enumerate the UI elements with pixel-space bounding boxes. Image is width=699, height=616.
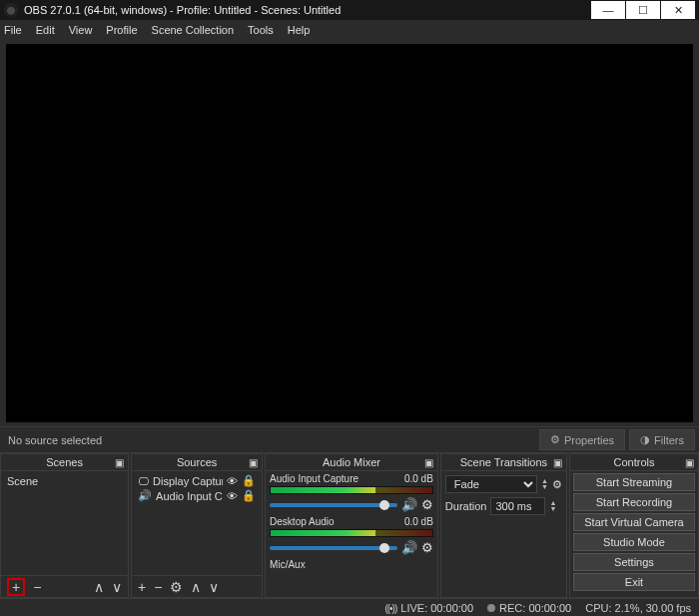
gear-icon[interactable]: ⚙ [170,580,183,594]
move-down-icon[interactable]: ∨ [112,580,122,594]
rec-status: REC: 00:00:00 [487,602,571,614]
add-scene-button[interactable]: + [7,578,25,596]
signal-icon [384,602,396,614]
controls-header: Controls ▣ [569,453,699,471]
sources-toolbar: + − ⚙ ∧ ∨ [131,576,263,598]
audio-icon: 🔊 [138,489,152,502]
sources-dock: Sources ▣ 🖵 Display Capture 👁 🔒 🔊 Audio … [131,453,263,598]
source-item[interactable]: 🔊 Audio Input Captu... 👁 🔒 [132,488,262,503]
gear-icon[interactable]: ⚙ [421,497,433,512]
exit-button[interactable]: Exit [573,573,695,591]
mixer-body: Audio Input Capture 0.0 dB 🔊 ⚙ Desktop A… [265,471,438,598]
speaker-icon[interactable]: 🔊 [401,540,417,555]
lock-icon[interactable]: 🔒 [242,489,256,502]
scene-item[interactable]: Scene [7,475,122,487]
filters-icon: ◑ [640,433,650,446]
menubar: File Edit View Profile Scene Collection … [0,20,699,40]
channel-name: Audio Input Capture [270,473,358,484]
menu-view[interactable]: View [69,24,93,36]
scenes-list[interactable]: Scene [0,471,129,576]
lock-icon[interactable]: 🔒 [242,474,256,487]
menu-help[interactable]: Help [288,24,311,36]
sources-list[interactable]: 🖵 Display Capture 👁 🔒 🔊 Audio Input Capt… [131,471,263,576]
popout-icon[interactable]: ▣ [685,457,694,468]
gear-icon[interactable]: ⚙ [421,540,433,555]
filters-button[interactable]: ◑ Filters [629,429,695,450]
preview-canvas [6,44,693,422]
docks-row: Scenes ▣ Scene + − ∧ ∨ Sources ▣ 🖵 Displ… [0,452,699,598]
mixer-channel: Mic/Aux [270,559,433,570]
remove-scene-button[interactable]: − [33,580,41,594]
spinner-icon[interactable]: ▲▼ [549,500,556,512]
speaker-icon[interactable]: 🔊 [401,497,417,512]
remove-source-button[interactable]: − [154,580,162,594]
popout-icon[interactable]: ▣ [249,457,258,468]
mixer-header: Audio Mixer ▣ [265,453,438,471]
preview-area[interactable] [0,40,699,426]
cpu-status: CPU: 2.1%, 30.00 fps [585,602,691,614]
mixer-channel: Audio Input Capture 0.0 dB 🔊 ⚙ [270,473,433,512]
transitions-body: Fade ▲▼ ⚙ Duration ▲▼ [440,471,567,598]
sources-header: Sources ▣ [131,453,263,471]
record-dot-icon [487,604,495,612]
channel-name: Desktop Audio [270,516,335,527]
source-item[interactable]: 🖵 Display Capture 👁 🔒 [132,473,262,488]
settings-button[interactable]: Settings [573,553,695,571]
popout-icon[interactable]: ▣ [553,457,562,468]
gear-icon[interactable]: ⚙ [552,478,562,491]
obs-logo-icon [4,3,18,17]
transitions-dock: Scene Transitions ▣ Fade ▲▼ ⚙ Duration ▲… [440,453,567,598]
live-status: LIVE: 00:00:00 [384,602,473,614]
controls-dock: Controls ▣ Start Streaming Start Recordi… [569,453,699,598]
eye-icon[interactable]: 👁 [227,490,238,502]
move-up-icon[interactable]: ∧ [94,580,104,594]
channel-db: 0.0 dB [404,516,433,527]
volume-slider[interactable] [270,503,397,507]
start-streaming-button[interactable]: Start Streaming [573,473,695,491]
menu-file[interactable]: File [4,24,22,36]
statusbar: LIVE: 00:00:00 REC: 00:00:00 CPU: 2.1%, … [0,598,699,616]
studio-mode-button[interactable]: Studio Mode [573,533,695,551]
menu-scene-collection[interactable]: Scene Collection [152,24,235,36]
properties-bar: No source selected ⚙ Properties ◑ Filter… [0,426,699,452]
window-title: OBS 27.0.1 (64-bit, windows) - Profile: … [24,4,590,16]
move-up-icon[interactable]: ∧ [191,580,201,594]
channel-db: 0.0 dB [404,473,433,484]
eye-icon[interactable]: 👁 [227,475,238,487]
audio-mixer-dock: Audio Mixer ▣ Audio Input Capture 0.0 dB… [265,453,438,598]
duration-label: Duration [445,500,487,512]
menu-tools[interactable]: Tools [248,24,274,36]
vu-meter [270,529,433,537]
display-icon: 🖵 [138,475,149,487]
scenes-toolbar: + − ∧ ∨ [0,576,129,598]
channel-name: Mic/Aux [270,559,306,570]
transitions-header: Scene Transitions ▣ [440,453,567,471]
no-source-label: No source selected [0,434,539,446]
spinner-icon[interactable]: ▲▼ [541,478,548,490]
properties-button[interactable]: ⚙ Properties [539,429,625,450]
volume-slider[interactable] [270,546,397,550]
popout-icon[interactable]: ▣ [424,457,433,468]
add-source-button[interactable]: + [138,580,146,594]
popout-icon[interactable]: ▣ [115,457,124,468]
gear-icon: ⚙ [550,433,560,446]
vu-meter [270,486,433,494]
close-button[interactable]: ✕ [661,1,695,19]
minimize-button[interactable]: — [591,1,625,19]
menu-edit[interactable]: Edit [36,24,55,36]
start-virtual-camera-button[interactable]: Start Virtual Camera [573,513,695,531]
start-recording-button[interactable]: Start Recording [573,493,695,511]
scenes-header: Scenes ▣ [0,453,129,471]
titlebar: OBS 27.0.1 (64-bit, windows) - Profile: … [0,0,699,20]
menu-profile[interactable]: Profile [106,24,137,36]
mixer-channel: Desktop Audio 0.0 dB 🔊 ⚙ [270,516,433,555]
move-down-icon[interactable]: ∨ [209,580,219,594]
duration-input[interactable] [490,497,545,515]
transition-select[interactable]: Fade [445,475,537,493]
maximize-button[interactable]: ☐ [626,1,660,19]
scenes-dock: Scenes ▣ Scene + − ∧ ∨ [0,453,129,598]
